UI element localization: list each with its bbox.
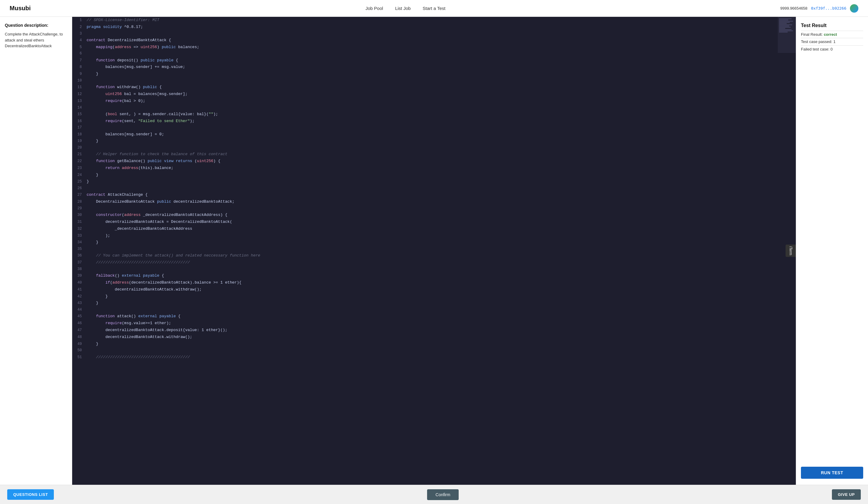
code-line: 23 return address(this).balance; <box>72 165 796 172</box>
line-number: 26 <box>72 186 86 191</box>
minimap-lines <box>778 17 796 34</box>
line-number: 28 <box>72 199 86 205</box>
line-content: function deposit() public payable { <box>86 58 178 64</box>
line-number: 44 <box>72 307 86 313</box>
code-line: 9 } <box>72 71 796 78</box>
line-content: decentralizedBanktoAttack.withdraw(); <box>86 287 202 293</box>
line-content: //////////////////////////////////////// <box>86 354 190 361</box>
code-line: 14 <box>72 105 796 111</box>
line-number: 27 <box>72 192 86 198</box>
confirm-button[interactable]: Confirm <box>427 489 459 500</box>
final-result-label: Final Result: <box>801 32 824 37</box>
code-line: 31 decentralizedBanktoAttack = Decentral… <box>72 219 796 226</box>
line-number: 19 <box>72 138 86 144</box>
line-number: 10 <box>72 78 86 84</box>
code-line: 33 ); <box>72 233 796 239</box>
code-line: 51 /////////////////////////////////////… <box>72 354 796 361</box>
code-line: 34 } <box>72 239 796 246</box>
line-content: if(address(decentralizedBanktoAttack).ba… <box>86 280 241 286</box>
give-up-button[interactable]: GIVE UP <box>832 489 861 500</box>
line-content: } <box>86 138 99 144</box>
code-line: 30 constructor(address _decentralizedBan… <box>72 212 796 219</box>
line-number: 21 <box>72 152 86 157</box>
code-line: 40 if(address(decentralizedBanktoAttack)… <box>72 279 796 286</box>
line-content: constructor(address _decentralizedBankto… <box>86 212 227 218</box>
line-content: decentralizedBanktoAttack.withdraw(); <box>86 334 192 340</box>
line-number: 46 <box>72 321 86 326</box>
code-line: 37 /////////////////////////////////////… <box>72 259 796 266</box>
line-content: decentralizedBanktoAttack.deposit{value:… <box>86 327 227 333</box>
code-line: 4contract DecentralizedBanktoAttack { <box>72 37 796 44</box>
code-line: 1// SPDX-License-Identifier: MIT <box>72 17 796 24</box>
code-line: 25} <box>72 178 796 185</box>
line-number: 3 <box>72 31 86 37</box>
line-number: 49 <box>72 341 86 347</box>
line-number: 36 <box>72 253 86 259</box>
line-number: 30 <box>72 212 86 218</box>
code-line: 18 balances[msg.sender] = 0; <box>72 131 796 138</box>
line-number: 4 <box>72 38 86 43</box>
line-number: 8 <box>72 64 86 70</box>
main-nav: Job Pool List Job Start a Test <box>365 6 445 11</box>
left-panel: Question description: Complete the Attac… <box>0 17 72 485</box>
iterm-tab[interactable]: iTerm <box>786 245 796 257</box>
code-line: 29 <box>72 205 796 212</box>
header-right: 9999.96654658 0xf39f...b92266 <box>780 4 858 13</box>
line-content: (bool sent, ) = msg.sender.call{value: b… <box>86 111 218 117</box>
right-panel: Test Result Final Result: correct Test c… <box>796 17 868 485</box>
test-result-section: Test Result Final Result: correct Test c… <box>801 23 863 53</box>
test-result-title: Test Result <box>801 23 863 28</box>
line-content: // SPDX-License-Identifier: MIT <box>86 17 159 23</box>
line-number: 6 <box>72 51 86 56</box>
code-line: 7 function deposit() public payable { <box>72 57 796 64</box>
user-avatar[interactable] <box>850 4 858 13</box>
code-line: 42 } <box>72 293 796 300</box>
code-line: 2pragma solidity ^0.8.17; <box>72 24 796 31</box>
wallet-balance: 9999.96654658 <box>780 6 807 11</box>
line-number: 43 <box>72 300 86 306</box>
line-number: 48 <box>72 335 86 340</box>
code-line: 39 fallback() external payable { <box>72 272 796 279</box>
line-number: 14 <box>72 105 86 111</box>
line-number: 38 <box>72 266 86 272</box>
minimap <box>778 17 796 53</box>
line-number: 39 <box>72 273 86 279</box>
wallet-address[interactable]: 0xf39f...b92266 <box>811 6 846 11</box>
code-line: 38 <box>72 266 796 272</box>
code-editor[interactable]: 1// SPDX-License-Identifier: MIT2pragma … <box>72 17 796 485</box>
line-content: require(sent, "Failed to send Ether"); <box>86 118 195 124</box>
line-number: 17 <box>72 125 86 131</box>
line-number: 47 <box>72 328 86 333</box>
run-test-button[interactable]: RUN TEST <box>801 467 863 479</box>
code-line: 50 <box>72 347 796 354</box>
nav-start-test[interactable]: Start a Test <box>423 6 445 11</box>
code-line: 6 <box>72 51 796 57</box>
code-line: 49 } <box>72 341 796 348</box>
line-number: 9 <box>72 71 86 77</box>
line-content: require(msg.value>=1 ether); <box>86 320 171 327</box>
questions-list-button[interactable]: QUESTIONS LIST <box>7 489 54 500</box>
code-line: 27contract AttackChallenge { <box>72 192 796 198</box>
code-line: 32 _decentralizedBanktoAttackAddress <box>72 226 796 233</box>
code-line: 43 } <box>72 300 796 307</box>
line-number: 2 <box>72 24 86 30</box>
line-content: function withdraw() public { <box>86 84 162 91</box>
line-number: 45 <box>72 313 86 319</box>
code-line: 48 decentralizedBanktoAttack.withdraw(); <box>72 334 796 341</box>
line-number: 24 <box>72 172 86 178</box>
code-line: 36 // You can implement the attack() and… <box>72 252 796 259</box>
line-content: } <box>86 239 99 246</box>
footer: QUESTIONS LIST Confirm GIVE UP <box>0 485 868 504</box>
line-content: contract AttackChallenge { <box>86 192 148 198</box>
line-number: 13 <box>72 98 86 104</box>
nav-list-job[interactable]: List Job <box>395 6 411 11</box>
line-content: // You can implement the attack() and re… <box>86 253 260 259</box>
line-content: balances[msg.sender] = 0; <box>86 131 164 138</box>
code-line: 17 <box>72 124 796 131</box>
question-description: Complete the AttackChallenge, to attack … <box>5 31 67 49</box>
line-content: ); <box>86 233 110 239</box>
line-content: pragma solidity ^0.8.17; <box>86 24 143 30</box>
main-content: Question description: Complete the Attac… <box>0 17 868 485</box>
nav-job-pool[interactable]: Job Pool <box>365 6 383 11</box>
line-number: 11 <box>72 84 86 90</box>
